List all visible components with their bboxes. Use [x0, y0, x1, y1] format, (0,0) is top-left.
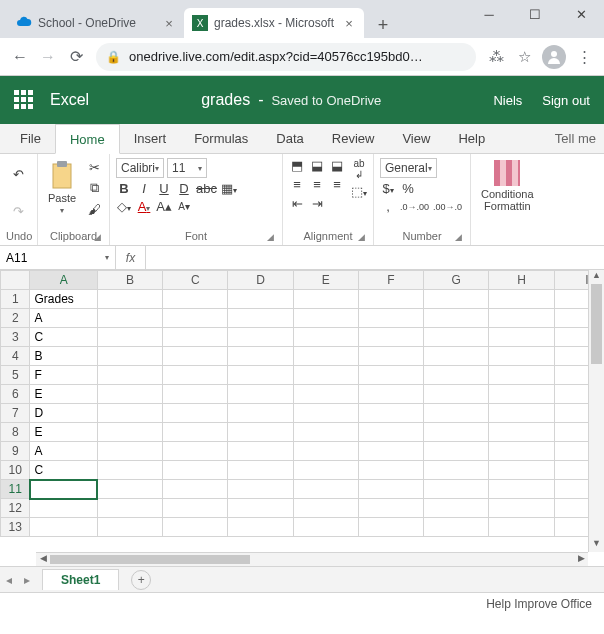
close-icon[interactable]: × — [342, 16, 356, 31]
cell[interactable] — [163, 366, 228, 385]
cell[interactable] — [424, 309, 489, 328]
grow-font-button[interactable]: A▴ — [156, 199, 172, 214]
copy-button[interactable]: ⧉ — [84, 179, 104, 197]
translate-icon[interactable]: ⁂ — [482, 43, 510, 71]
add-sheet-button[interactable]: + — [131, 570, 151, 590]
cell[interactable] — [358, 499, 423, 518]
browser-tab-excel[interactable]: X grades.xlsx - Microsoft × — [184, 8, 364, 38]
cell[interactable] — [489, 366, 554, 385]
scroll-left-icon[interactable]: ◀ — [36, 553, 50, 566]
tab-data[interactable]: Data — [262, 123, 317, 153]
cell[interactable] — [30, 499, 97, 518]
tab-view[interactable]: View — [388, 123, 444, 153]
cell[interactable] — [489, 499, 554, 518]
cut-button[interactable]: ✂ — [84, 158, 104, 176]
close-window-button[interactable]: ✕ — [558, 0, 604, 28]
cell[interactable] — [97, 480, 162, 499]
cell[interactable] — [358, 290, 423, 309]
col-header[interactable]: F — [358, 271, 423, 290]
tab-file[interactable]: File — [6, 123, 55, 153]
cell[interactable] — [489, 404, 554, 423]
conditional-formatting-button[interactable]: Conditiona Formattin — [477, 158, 538, 214]
cell[interactable] — [228, 461, 293, 480]
name-box[interactable]: A11▾ — [0, 246, 116, 269]
cell[interactable] — [163, 309, 228, 328]
cell[interactable] — [30, 480, 97, 499]
underline-button[interactable]: U — [156, 181, 172, 196]
cell[interactable]: B — [30, 347, 97, 366]
col-header-a[interactable]: A — [30, 271, 97, 290]
cell[interactable] — [293, 309, 358, 328]
cell[interactable] — [293, 328, 358, 347]
formula-input[interactable] — [146, 246, 604, 269]
horizontal-scrollbar[interactable]: ◀▶ — [36, 552, 588, 566]
cell[interactable] — [424, 328, 489, 347]
fx-icon[interactable]: fx — [116, 246, 146, 269]
cell[interactable] — [228, 366, 293, 385]
cell[interactable] — [358, 404, 423, 423]
sheet-nav-next[interactable]: ▸ — [18, 573, 36, 587]
col-header[interactable]: H — [489, 271, 554, 290]
row-header[interactable]: 5 — [1, 366, 30, 385]
cell[interactable] — [424, 366, 489, 385]
app-launcher-icon[interactable] — [14, 90, 34, 110]
row-header[interactable]: 6 — [1, 385, 30, 404]
cell[interactable]: A — [30, 309, 97, 328]
cell[interactable] — [489, 328, 554, 347]
increase-indent-button[interactable]: ⇥ — [309, 196, 325, 211]
cell[interactable] — [358, 309, 423, 328]
cell[interactable] — [97, 518, 162, 537]
cell[interactable] — [489, 385, 554, 404]
merge-button[interactable]: ⬚▾ — [351, 184, 367, 199]
cell[interactable] — [293, 461, 358, 480]
cell[interactable] — [293, 442, 358, 461]
url-input[interactable]: 🔒 onedrive.live.com/edit.aspx?cid=40576c… — [96, 43, 476, 71]
tell-me[interactable]: Tell me — [541, 123, 604, 153]
cell[interactable] — [293, 480, 358, 499]
cell[interactable] — [97, 328, 162, 347]
cell[interactable] — [228, 309, 293, 328]
borders-button[interactable]: ▦▾ — [221, 181, 237, 196]
save-status[interactable]: Saved to OneDrive — [271, 93, 381, 108]
cell[interactable]: C — [30, 328, 97, 347]
dialog-launcher-icon[interactable]: ◢ — [455, 232, 462, 242]
row-header[interactable]: 4 — [1, 347, 30, 366]
cell[interactable] — [163, 385, 228, 404]
cell[interactable] — [163, 499, 228, 518]
cell[interactable] — [228, 328, 293, 347]
dialog-launcher-icon[interactable]: ◢ — [94, 232, 101, 242]
bold-button[interactable]: B — [116, 181, 132, 196]
tab-home[interactable]: Home — [55, 124, 120, 154]
col-header[interactable]: G — [424, 271, 489, 290]
scroll-thumb[interactable] — [50, 555, 250, 564]
vertical-scrollbar[interactable]: ▲▼ — [588, 270, 604, 552]
bookmark-icon[interactable]: ☆ — [510, 43, 538, 71]
tab-insert[interactable]: Insert — [120, 123, 181, 153]
row-header[interactable]: 9 — [1, 442, 30, 461]
cell[interactable] — [424, 404, 489, 423]
cell[interactable] — [97, 499, 162, 518]
cell[interactable] — [293, 366, 358, 385]
select-all-corner[interactable] — [1, 271, 30, 290]
cell[interactable] — [228, 499, 293, 518]
cell[interactable] — [163, 328, 228, 347]
wrap-text-button[interactable]: ab↲ — [351, 158, 367, 180]
sign-out-link[interactable]: Sign out — [542, 93, 590, 108]
cell[interactable]: F — [30, 366, 97, 385]
cell[interactable] — [293, 385, 358, 404]
row-header[interactable]: 13 — [1, 518, 30, 537]
cell[interactable] — [163, 423, 228, 442]
cell[interactable] — [163, 461, 228, 480]
cell[interactable] — [97, 290, 162, 309]
cell[interactable] — [293, 347, 358, 366]
cell[interactable] — [358, 518, 423, 537]
minimize-button[interactable]: ─ — [466, 0, 512, 28]
cell[interactable] — [293, 499, 358, 518]
cell[interactable] — [228, 290, 293, 309]
cell[interactable] — [97, 385, 162, 404]
account-name[interactable]: Niels — [493, 93, 522, 108]
cell[interactable] — [489, 442, 554, 461]
cell[interactable] — [424, 461, 489, 480]
row-header[interactable]: 12 — [1, 499, 30, 518]
cell[interactable]: Grades — [30, 290, 97, 309]
